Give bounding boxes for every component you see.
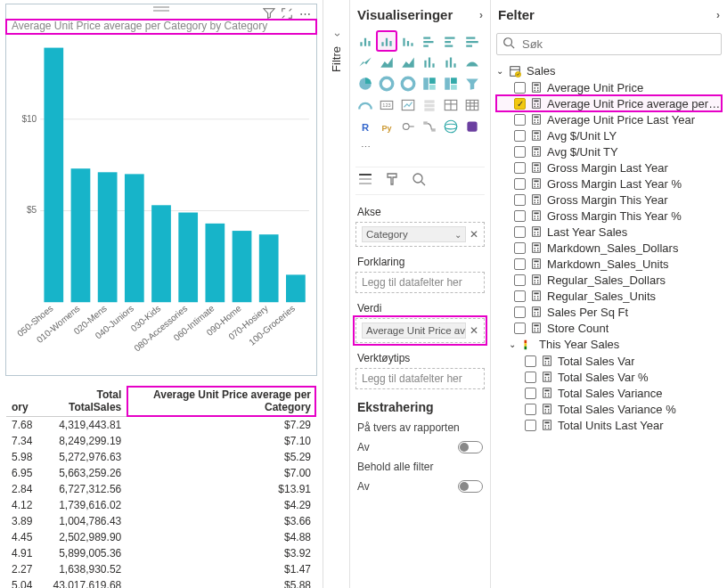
cross-report-toggle[interactable] (458, 441, 483, 453)
viz-type-button[interactable]: ⋯ (355, 138, 375, 158)
field-item[interactable]: Total Sales Var (496, 353, 722, 369)
field-checkbox[interactable] (514, 162, 526, 174)
filter-icon[interactable] (263, 7, 275, 20)
table-row[interactable]: 5.985,272,976.63$5.29 (6, 449, 316, 465)
field-checkbox[interactable] (525, 372, 536, 383)
chevron-right-icon[interactable]: › (716, 9, 720, 21)
field-item[interactable]: Total Sales Var % (496, 369, 722, 385)
table-row[interactable]: 4.915,899,005.36$3.92 (6, 545, 316, 561)
viz-type-button[interactable] (398, 117, 418, 136)
viz-type-button[interactable] (355, 95, 375, 115)
table-header[interactable]: Average Unit Price average per Category (127, 386, 316, 417)
search-input[interactable] (520, 37, 715, 52)
table-node[interactable]: ⌄This Year Sales (496, 336, 722, 353)
field-item[interactable]: Sales Per Sq Ft (496, 304, 722, 320)
field-item[interactable]: Total Units Last Year (496, 417, 722, 433)
table-visual[interactable]: oryTotal TotalSalesAverage Unit Price av… (5, 385, 317, 588)
viz-type-button[interactable] (441, 95, 461, 115)
chart-visual[interactable]: ⋯ Average Unit Price average per Categor… (5, 4, 317, 376)
field-checkbox[interactable] (514, 274, 526, 286)
bar-010-Womens[interactable] (71, 168, 91, 302)
field-item[interactable]: Gross Margin This Year % (496, 208, 722, 224)
chevron-down-icon[interactable]: ⌄ (454, 230, 462, 240)
viz-type-button[interactable]: 123 (377, 95, 396, 115)
table-row[interactable]: 7.684,319,443.81$7.29 (6, 417, 316, 434)
field-checkbox[interactable] (514, 210, 526, 222)
axis-well-field[interactable]: Category ⌄ (362, 226, 466, 242)
drag-handle-icon[interactable] (153, 6, 169, 12)
field-item[interactable]: Regular_Sales_Dollars (496, 272, 722, 288)
viz-type-button[interactable] (441, 117, 461, 136)
field-item[interactable]: Avg $/Unit LY (496, 127, 722, 143)
value-well[interactable]: Average Unit Price avera ⌄ ✕ (355, 318, 485, 343)
table-row[interactable]: 4.121,739,616.02$4.29 (6, 497, 316, 513)
viz-type-button[interactable] (355, 31, 375, 51)
table-row[interactable]: 4.452,502,989.90$4.88 (6, 529, 316, 545)
table-row[interactable]: 6.955,663,259.26$7.00 (6, 465, 316, 481)
field-checkbox[interactable] (514, 258, 526, 270)
field-checkbox[interactable] (525, 404, 536, 415)
field-checkbox[interactable] (514, 178, 526, 190)
field-checkbox[interactable] (525, 388, 536, 399)
remove-field-icon[interactable]: ✕ (470, 324, 478, 337)
field-checkbox[interactable] (514, 146, 526, 158)
table-row[interactable]: 3.891,004,786.43$3.66 (6, 513, 316, 529)
viz-type-button[interactable] (377, 31, 396, 51)
viz-type-button[interactable] (398, 74, 418, 94)
field-item[interactable]: Markdown_Sales_Units (496, 256, 722, 272)
viz-type-button[interactable] (441, 53, 461, 72)
viz-type-button[interactable] (398, 31, 418, 51)
remove-field-icon[interactable]: ✕ (470, 228, 478, 241)
viz-type-button[interactable] (441, 31, 461, 51)
more-options-icon[interactable]: ⋯ (298, 7, 311, 20)
bar-060-Intimate[interactable] (205, 224, 225, 302)
field-checkbox[interactable] (514, 323, 526, 334)
chevron-right-icon[interactable]: › (479, 9, 483, 21)
field-item[interactable]: Average Unit Price (496, 79, 722, 95)
table-row[interactable]: 2.846,727,312.56$13.91 (6, 481, 316, 497)
tooltip-well[interactable]: Legg til datafelter her (355, 368, 485, 389)
field-item[interactable]: Last Year Sales (496, 224, 722, 240)
chart-plot-area[interactable]: $5$10050-Shoes010-Womens020-Mens040-Juni… (6, 34, 316, 375)
fields-tab-icon[interactable] (357, 171, 373, 187)
analytics-tab-icon[interactable] (411, 171, 427, 187)
viz-type-button[interactable] (355, 74, 375, 94)
bar-050-Shoes[interactable] (44, 48, 63, 303)
field-checkbox[interactable] (514, 130, 526, 142)
viz-type-button[interactable] (420, 53, 439, 72)
viz-type-button[interactable] (462, 31, 482, 51)
viz-type-button[interactable] (462, 74, 482, 94)
field-item[interactable]: Gross Margin Last Year % (496, 176, 722, 192)
field-item[interactable]: Average Unit Price Last Year (496, 111, 722, 127)
table-row[interactable]: 7.348,249,299.19$7.10 (6, 433, 316, 449)
field-item[interactable]: Regular_Sales_Units (496, 288, 722, 304)
bar-080-Accessories[interactable] (178, 213, 198, 303)
viz-type-button[interactable]: R (355, 117, 375, 136)
field-item[interactable]: Total Sales Variance % (496, 401, 722, 417)
table-row[interactable]: 5.0443,017,619.68$5.88 (6, 577, 316, 588)
field-checkbox[interactable] (514, 114, 526, 126)
field-checkbox[interactable] (514, 306, 526, 318)
viz-type-button[interactable] (377, 53, 396, 72)
field-item[interactable]: Store Count (496, 320, 722, 336)
format-tab-icon[interactable] (384, 171, 400, 187)
viz-type-button[interactable] (420, 31, 439, 51)
table-node[interactable]: ⌄Sales (496, 62, 722, 79)
bar-070-Hosiery[interactable] (259, 234, 279, 302)
bar-020-Mens[interactable] (98, 172, 118, 302)
field-item[interactable]: Total Sales Variance (496, 385, 722, 401)
field-item[interactable]: Gross Margin Last Year (496, 159, 722, 176)
viz-type-button[interactable] (420, 74, 439, 94)
viz-type-button[interactable]: Py (377, 117, 396, 136)
collapsed-filter-pane[interactable]: ‹ Filtre (323, 0, 349, 588)
bar-030-Kids[interactable] (151, 205, 171, 302)
viz-type-button[interactable] (398, 95, 418, 115)
field-checkbox[interactable] (514, 226, 526, 238)
filters-tab-label[interactable]: Filtre (330, 46, 343, 74)
viz-type-button[interactable] (462, 95, 482, 115)
keep-filters-toggle[interactable] (458, 480, 483, 493)
viz-type-button[interactable] (420, 117, 439, 136)
field-checkbox[interactable] (514, 82, 526, 94)
legend-well[interactable]: Legg til datafelter her (355, 272, 485, 293)
field-checkbox[interactable] (514, 98, 526, 110)
